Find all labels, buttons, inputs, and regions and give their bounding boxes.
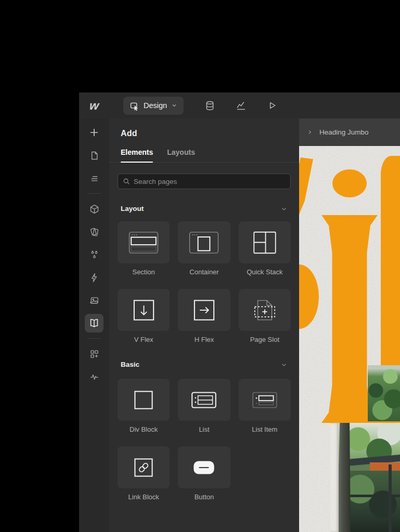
components-cube-icon[interactable] (85, 200, 104, 218)
pages-icon[interactable] (85, 146, 104, 165)
element-tile-page-slot[interactable]: Page Slot (239, 289, 291, 343)
apps-grid-icon[interactable] (85, 344, 104, 363)
cms-database-icon[interactable] (204, 100, 215, 111)
panel-tabs: Elements Layouts (109, 148, 299, 163)
element-tile-link-block[interactable]: Link Block (118, 446, 170, 501)
left-toolbar-rail (79, 118, 109, 532)
link-block-icon (128, 456, 159, 480)
hero-photo (330, 423, 400, 532)
search-icon (123, 178, 130, 185)
tile-label: Div Block (118, 425, 170, 433)
app-body: Add Elements Layouts Layout (79, 118, 400, 532)
design-mode-dropdown[interactable]: Design (123, 97, 184, 115)
webflow-logo-button[interactable]: w (79, 100, 109, 112)
container-icon (189, 231, 219, 255)
preview-play-icon[interactable] (267, 100, 277, 111)
quick-stack-icon (250, 231, 280, 255)
element-tile-h-flex[interactable]: H Flex (178, 289, 230, 343)
rail-divider (87, 193, 101, 194)
section-header-basic: Basic (121, 361, 288, 368)
hero-photo-palm-fragment (368, 365, 400, 421)
tab-layouts[interactable]: Layouts (167, 148, 195, 162)
design-canvas[interactable] (299, 146, 400, 532)
add-elements-panel: Add Elements Layouts Layout (109, 118, 299, 532)
panel-title: Add (109, 118, 299, 138)
element-tile-list-item[interactable]: List Item (239, 379, 291, 433)
tile-label: Container (178, 268, 230, 276)
chevron-down-icon[interactable] (280, 205, 288, 212)
section-header-layout: Layout (121, 205, 288, 212)
webflow-logo-icon: w (89, 100, 99, 112)
tile-label: Section (118, 268, 170, 276)
panel-content: Layout (109, 163, 299, 532)
element-breadcrumb[interactable]: Heading Jumbo (299, 118, 400, 146)
interactions-bolt-icon[interactable] (85, 268, 104, 287)
tile-label: List (178, 425, 230, 433)
chevron-right-icon (307, 129, 313, 135)
page-slot-icon (250, 298, 280, 322)
section-icon (128, 231, 159, 255)
tab-elements[interactable]: Elements (121, 148, 153, 162)
variables-droplets-icon[interactable] (85, 245, 104, 264)
screenshot-stage: w Design (0, 0, 400, 532)
chevron-down-icon[interactable] (280, 361, 288, 368)
add-plus-icon[interactable] (85, 123, 104, 142)
navigator-icon[interactable] (85, 169, 104, 188)
design-cursor-icon (130, 101, 139, 111)
element-tile-div-block[interactable]: Div Block (118, 379, 170, 433)
h-flex-icon (189, 298, 219, 322)
analytics-chart-icon[interactable] (236, 100, 247, 111)
v-flex-icon (128, 298, 159, 322)
top-toolbar: w Design (79, 92, 400, 118)
libraries-book-icon[interactable] (85, 314, 104, 332)
webflow-designer-window: w Design (79, 92, 400, 532)
assets-image-icon[interactable] (85, 291, 104, 310)
toolbar-icon-group (204, 100, 277, 111)
photo-window-mullion (389, 464, 392, 532)
tile-label: Quick Stack (239, 268, 291, 276)
search-box[interactable] (118, 174, 291, 189)
tile-label: Page Slot (239, 336, 291, 343)
tile-label: V Flex (118, 336, 170, 343)
basic-elements-grid: Div Block (118, 379, 291, 501)
button-icon (189, 456, 219, 480)
element-tile-section[interactable]: Section (118, 221, 170, 276)
search-input[interactable] (134, 178, 286, 185)
list-item-icon (250, 388, 280, 412)
photo-white-wall (330, 423, 339, 532)
breadcrumb-label: Heading Jumbo (319, 128, 369, 136)
element-tile-container[interactable]: Container (178, 221, 230, 276)
div-block-icon (128, 388, 159, 412)
photo-pole (338, 423, 351, 532)
element-tile-button[interactable]: Button (178, 446, 230, 501)
empty-grid-cell (239, 446, 291, 501)
rail-divider (87, 338, 101, 339)
element-tile-quick-stack[interactable]: Quick Stack (239, 221, 291, 276)
canvas-column: Heading Jumbo (299, 118, 400, 532)
layout-elements-grid: Section Container (118, 221, 291, 343)
tile-label: Link Block (118, 493, 170, 501)
audit-pulse-icon[interactable] (85, 367, 104, 386)
design-mode-label: Design (144, 101, 167, 110)
headline-letter-i-dot (332, 169, 367, 197)
element-tile-v-flex[interactable]: V Flex (118, 289, 170, 343)
style-swatch-icon[interactable] (85, 222, 104, 241)
section-title: Layout (121, 205, 144, 212)
list-icon (189, 388, 219, 412)
tile-label: Button (178, 493, 230, 501)
section-title: Basic (121, 361, 139, 368)
chevron-down-icon (171, 102, 177, 109)
tile-label: H Flex (178, 336, 230, 343)
tile-label: List Item (239, 425, 291, 433)
element-tile-list[interactable]: List (178, 379, 230, 433)
